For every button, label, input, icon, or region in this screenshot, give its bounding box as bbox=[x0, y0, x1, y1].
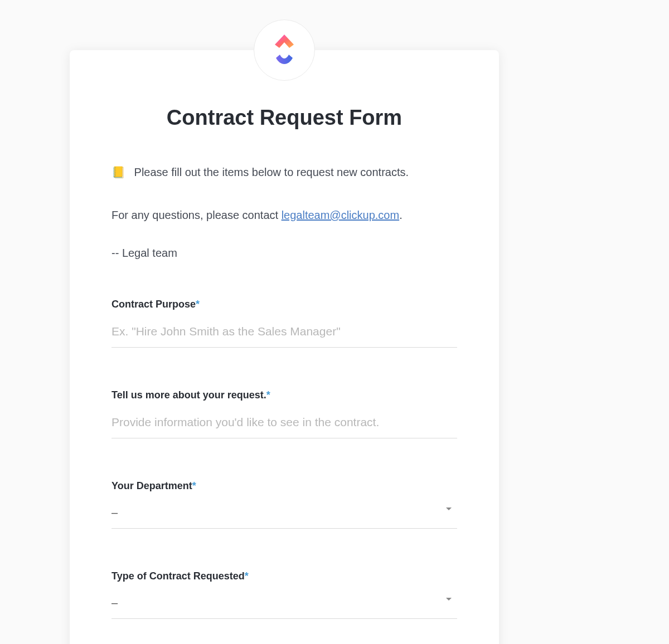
contract-type-label: Type of Contract Requested* bbox=[112, 570, 457, 582]
required-mark: * bbox=[192, 480, 196, 491]
field-contract-purpose: Contract Purpose* bbox=[112, 299, 457, 348]
page-title: Contract Request Form bbox=[112, 106, 457, 130]
form-inner: Contract Request Form 📒 Please fill out … bbox=[70, 50, 499, 619]
more-info-input[interactable] bbox=[112, 411, 457, 438]
field-more-info: Tell us more about your request.* bbox=[112, 389, 457, 438]
intro-text-content: Please fill out the items below to reque… bbox=[134, 166, 409, 178]
clickup-logo-icon bbox=[270, 33, 298, 67]
contact-text: For any questions, please contact legalt… bbox=[112, 209, 457, 222]
required-mark: * bbox=[196, 299, 200, 310]
notepad-emoji-icon: 📒 bbox=[112, 166, 125, 178]
contract-purpose-label: Contract Purpose* bbox=[112, 299, 457, 310]
department-select-value: – bbox=[112, 502, 457, 528]
chevron-down-icon bbox=[446, 598, 452, 601]
intro-text: 📒 Please fill out the items below to req… bbox=[112, 163, 457, 181]
logo-circle bbox=[254, 19, 315, 81]
form-card: Contract Request Form 📒 Please fill out … bbox=[70, 50, 499, 644]
contact-suffix: . bbox=[399, 209, 403, 221]
contact-prefix: For any questions, please contact bbox=[112, 209, 282, 221]
contract-purpose-input[interactable] bbox=[112, 320, 457, 348]
department-label: Your Department* bbox=[112, 480, 457, 492]
contact-email-link[interactable]: legalteam@clickup.com bbox=[282, 209, 400, 221]
required-mark: * bbox=[266, 389, 270, 401]
contract-type-select[interactable]: – bbox=[112, 592, 457, 619]
contract-type-select-value: – bbox=[112, 592, 457, 618]
chevron-down-icon bbox=[446, 508, 452, 510]
more-info-label: Tell us more about your request.* bbox=[112, 389, 457, 401]
signature-text: -- Legal team bbox=[112, 247, 457, 260]
department-select[interactable]: – bbox=[112, 502, 457, 529]
required-mark: * bbox=[245, 570, 249, 582]
field-department: Your Department* – bbox=[112, 480, 457, 529]
field-contract-type: Type of Contract Requested* – bbox=[112, 570, 457, 619]
